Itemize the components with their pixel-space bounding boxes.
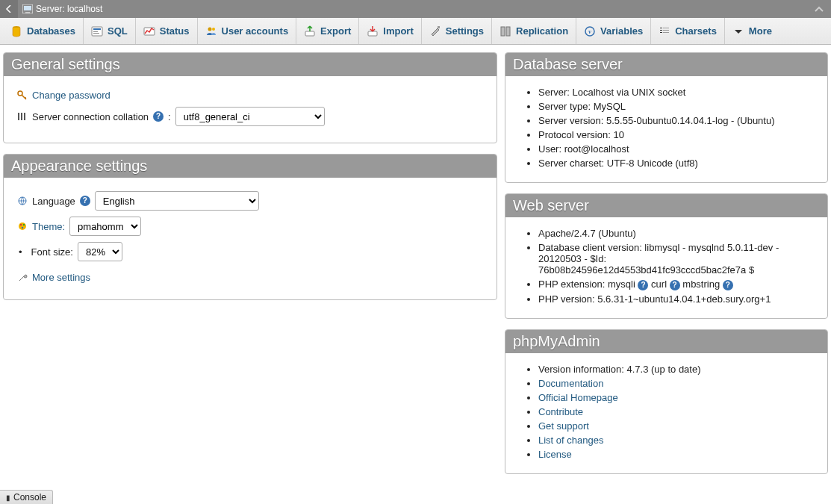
theme-select[interactable]: pmahomme bbox=[69, 217, 141, 236]
svg-rect-13 bbox=[438, 26, 440, 28]
panel-phpmyadmin: phpMyAdmin Version information: 4.7.3 (u… bbox=[505, 329, 828, 474]
panel-title: General settings bbox=[4, 53, 497, 76]
key-icon bbox=[17, 90, 28, 101]
link-list-of-changes[interactable]: List of changes bbox=[538, 435, 603, 446]
wrench-icon bbox=[17, 273, 28, 283]
info-item: Version information: 4.7.3 (up to date) bbox=[538, 364, 814, 375]
tab-label: Import bbox=[383, 25, 413, 37]
database-server-info-list: Server: Localhost via UNIX socket Server… bbox=[519, 87, 814, 169]
svg-rect-6 bbox=[93, 31, 98, 32]
info-item: Protocol version: 10 bbox=[538, 129, 814, 140]
svg-rect-23 bbox=[663, 32, 669, 33]
php-ext-value: curl bbox=[651, 279, 667, 290]
svg-point-29 bbox=[19, 223, 26, 230]
tab-label: Replication bbox=[516, 25, 568, 37]
info-item: Apache/2.4.7 (Ubuntu) bbox=[538, 228, 814, 239]
svg-rect-15 bbox=[506, 27, 510, 36]
more-icon bbox=[732, 25, 744, 37]
link-get-support[interactable]: Get support bbox=[538, 420, 589, 432]
change-password-link[interactable]: Change password bbox=[32, 90, 111, 101]
back-button[interactable] bbox=[0, 0, 18, 18]
svg-rect-11 bbox=[305, 31, 314, 36]
theme-label-link[interactable]: Theme: bbox=[32, 221, 65, 232]
tab-more[interactable]: More bbox=[725, 18, 779, 44]
svg-rect-12 bbox=[368, 31, 377, 36]
help-icon[interactable]: ? bbox=[80, 196, 90, 206]
variables-icon: v bbox=[584, 25, 596, 37]
tab-label: Status bbox=[160, 25, 190, 37]
export-icon bbox=[304, 25, 316, 37]
tab-settings[interactable]: Settings bbox=[422, 18, 492, 44]
language-select[interactable]: English bbox=[95, 191, 259, 211]
svg-rect-20 bbox=[660, 32, 662, 33]
link-license[interactable]: License bbox=[538, 449, 572, 460]
theme-icon bbox=[17, 221, 28, 231]
svg-rect-27 bbox=[24, 113, 25, 120]
help-icon[interactable]: ? bbox=[638, 280, 648, 290]
info-item: User: root@localhost bbox=[538, 143, 814, 155]
php-ext-value: mysqli bbox=[608, 279, 635, 290]
tab-label: More bbox=[749, 25, 772, 37]
svg-point-10 bbox=[212, 28, 215, 31]
more-settings-link[interactable]: More settings bbox=[32, 272, 90, 283]
help-icon[interactable]: ? bbox=[153, 111, 164, 122]
tab-import[interactable]: Import bbox=[359, 18, 421, 44]
breadcrumb-server-link[interactable]: Server: localhost bbox=[36, 4, 102, 14]
tab-label: Charsets bbox=[675, 25, 717, 37]
php-ext-label: PHP extension: bbox=[538, 279, 605, 290]
help-icon[interactable]: ? bbox=[670, 280, 680, 290]
panel-title: phpMyAdmin bbox=[505, 330, 827, 353]
chevron-up-icon bbox=[814, 4, 824, 14]
collation-label: Server connection collation bbox=[32, 111, 149, 122]
tab-charsets[interactable]: Charsets bbox=[651, 18, 725, 44]
tab-replication[interactable]: Replication bbox=[492, 18, 576, 44]
info-item: Server: Localhost via UNIX socket bbox=[538, 87, 814, 98]
panel-appearance-settings: Appearance settings Language ? English T… bbox=[3, 154, 497, 300]
tab-user-accounts[interactable]: User accounts bbox=[198, 18, 297, 44]
import-icon bbox=[367, 25, 379, 37]
link-official-homepage[interactable]: Official Homepage bbox=[538, 392, 618, 403]
language-label: Language bbox=[32, 196, 75, 207]
help-icon[interactable]: ? bbox=[723, 280, 733, 290]
collapse-topbar-button[interactable] bbox=[810, 0, 828, 18]
svg-rect-22 bbox=[663, 30, 669, 31]
svg-rect-21 bbox=[663, 28, 669, 28]
tab-export[interactable]: Export bbox=[296, 18, 359, 44]
svg-rect-25 bbox=[18, 113, 19, 120]
phpmyadmin-info-list: Version information: 4.7.3 (up to date) … bbox=[519, 364, 814, 460]
settings-icon bbox=[429, 25, 441, 37]
collation-select[interactable]: utf8_general_ci bbox=[175, 107, 325, 126]
tab-databases[interactable]: Databases bbox=[3, 18, 84, 44]
svg-rect-26 bbox=[21, 113, 22, 120]
panel-title: Appearance settings bbox=[4, 155, 497, 178]
svg-rect-19 bbox=[660, 30, 662, 31]
language-icon bbox=[17, 196, 28, 206]
back-arrow-icon bbox=[5, 5, 13, 13]
php-ext-value: mbstring bbox=[682, 279, 720, 290]
users-icon bbox=[205, 25, 217, 37]
breadcrumb-bar: Server: localhost bbox=[0, 0, 831, 18]
status-icon bbox=[143, 25, 155, 37]
font-size-select[interactable]: 82% bbox=[78, 242, 122, 261]
info-item: Server version: 5.5.55-0ubuntu0.14.04.1-… bbox=[538, 115, 814, 126]
svg-rect-1 bbox=[24, 6, 31, 10]
link-contribute[interactable]: Contribute bbox=[538, 406, 583, 417]
tab-status[interactable]: Status bbox=[136, 18, 198, 44]
collation-icon bbox=[17, 111, 28, 122]
tab-sql[interactable]: SQL bbox=[84, 18, 136, 44]
web-server-info-list: Apache/2.4.7 (Ubuntu) Database client ve… bbox=[519, 228, 814, 305]
server-icon bbox=[22, 4, 33, 13]
panel-database-server: Database server Server: Localhost via UN… bbox=[505, 52, 828, 183]
databases-icon bbox=[10, 25, 22, 37]
tab-label: Settings bbox=[446, 25, 484, 37]
link-documentation[interactable]: Documentation bbox=[538, 378, 603, 389]
svg-rect-14 bbox=[501, 27, 505, 36]
svg-point-9 bbox=[208, 27, 211, 31]
svg-point-30 bbox=[20, 224, 22, 225]
tab-variables[interactable]: v Variables bbox=[576, 18, 651, 44]
main-menubar: Databases SQL Status User accounts Expor… bbox=[0, 18, 831, 45]
svg-rect-5 bbox=[93, 28, 101, 30]
replication-icon bbox=[499, 25, 511, 37]
tab-label: Variables bbox=[600, 25, 643, 37]
tab-label: SQL bbox=[108, 25, 128, 37]
